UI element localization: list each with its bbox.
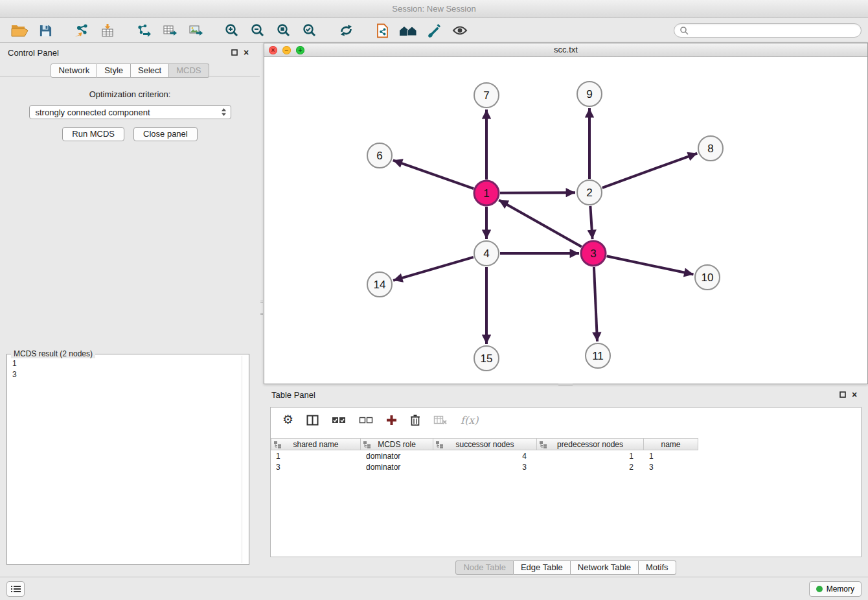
- unchecked-boxes-icon: [359, 415, 373, 424]
- refresh-button[interactable]: [333, 20, 359, 41]
- delete-table-button[interactable]: [433, 411, 448, 428]
- graph-edge-3-11[interactable]: [594, 267, 597, 341]
- export-table-button[interactable]: [157, 20, 183, 41]
- control-panel-title: Control Panel: [8, 48, 59, 58]
- cell-mcds-role[interactable]: dominator: [361, 450, 433, 461]
- table-row[interactable]: 1 dominator 4 1 1: [271, 450, 861, 461]
- create-column-button[interactable]: [386, 411, 397, 428]
- export-network-button[interactable]: [131, 20, 157, 41]
- mcds-button-row: Run MCDS Close panel: [0, 127, 260, 141]
- search-input[interactable]: [692, 25, 856, 36]
- tab-mcds[interactable]: MCDS: [169, 63, 209, 78]
- graph-edge-1-6[interactable]: [393, 160, 474, 189]
- splitter-grip[interactable]: [260, 301, 263, 315]
- memory-button[interactable]: Memory: [809, 581, 862, 597]
- eye-icon: [452, 25, 468, 36]
- show-columns-button[interactable]: [306, 411, 319, 428]
- zoom-fit-button[interactable]: [271, 20, 297, 41]
- home-button[interactable]: [395, 20, 421, 41]
- mcds-result-list: 1 3: [7, 354, 249, 384]
- open-session-button[interactable]: [6, 20, 32, 41]
- run-mcds-button[interactable]: Run MCDS: [62, 127, 124, 141]
- float-panel-button[interactable]: [229, 47, 240, 58]
- zoom-selected-button[interactable]: [297, 20, 323, 41]
- search-icon: [680, 26, 689, 35]
- float-table-panel-button[interactable]: [837, 389, 849, 400]
- cell-successor-nodes[interactable]: 4: [433, 450, 537, 461]
- graph-edge-1-2[interactable]: [500, 192, 575, 193]
- graph-node-label: 9: [586, 88, 592, 100]
- function-builder-button[interactable]: f(x): [461, 411, 478, 428]
- network-window-title: scc.txt: [554, 45, 578, 54]
- column-header-predecessor-nodes[interactable]: predecessor nodes: [537, 438, 644, 450]
- graph-node-label: 8: [707, 143, 713, 155]
- network-window-titlebar[interactable]: × − + scc.txt: [264, 43, 867, 57]
- close-panel-button[interactable]: ×: [240, 47, 252, 58]
- tab-network-table[interactable]: Network Table: [571, 560, 639, 575]
- import-table-button[interactable]: [95, 20, 120, 41]
- column-header-shared-name[interactable]: shared name: [271, 438, 361, 450]
- cell-predecessor-nodes[interactable]: 1: [537, 450, 644, 461]
- document-share-button[interactable]: [369, 20, 395, 41]
- graph-node-label: 4: [483, 248, 489, 260]
- maximize-window-icon[interactable]: +: [296, 46, 304, 54]
- cell-predecessor-nodes[interactable]: 2: [537, 461, 644, 472]
- zoom-in-button[interactable]: [219, 20, 245, 41]
- column-header-name[interactable]: name: [644, 438, 698, 450]
- tab-node-table[interactable]: Node Table: [455, 560, 514, 575]
- graph-node-label: 7: [483, 89, 489, 102]
- column-label: name: [661, 440, 680, 449]
- column-header-mcds-role[interactable]: MCDS role: [361, 438, 433, 450]
- style-brush-button[interactable]: [421, 20, 447, 41]
- graph-node-label: 11: [592, 350, 604, 362]
- zoom-in-icon: [225, 23, 239, 38]
- result-scrollbar[interactable]: [242, 356, 242, 563]
- close-mcds-panel-button[interactable]: Close panel: [133, 127, 198, 141]
- column-header-successor-nodes[interactable]: successor nodes: [433, 438, 537, 450]
- window-titlebar[interactable]: Session: New Session: [0, 0, 868, 18]
- tab-style[interactable]: Style: [97, 63, 131, 78]
- save-session-button[interactable]: [32, 20, 58, 41]
- cell-name[interactable]: 1: [644, 450, 698, 461]
- close-window-icon[interactable]: ×: [269, 46, 277, 54]
- tab-motifs[interactable]: Motifs: [639, 560, 676, 575]
- task-history-button[interactable]: [6, 581, 25, 597]
- import-network-button[interactable]: [69, 20, 95, 41]
- criterion-dropdown[interactable]: strongly connected component: [29, 105, 231, 119]
- cell-name[interactable]: 3: [644, 461, 698, 472]
- network-graph[interactable]: 7968124310141511: [264, 57, 867, 384]
- export-image-button[interactable]: [183, 20, 209, 41]
- deselect-all-columns-button[interactable]: [359, 411, 373, 428]
- delete-table-icon: [433, 415, 448, 425]
- table-toolbar: ⚙: [271, 408, 861, 432]
- tab-edge-table[interactable]: Edge Table: [514, 560, 571, 575]
- control-panel-header: Control Panel ×: [0, 43, 260, 62]
- close-table-panel-button[interactable]: ×: [849, 389, 860, 400]
- graph-edge-4-14[interactable]: [393, 257, 474, 281]
- zoom-out-icon: [251, 23, 265, 38]
- table-settings-button[interactable]: ⚙: [282, 411, 293, 428]
- cell-shared-name[interactable]: 3: [271, 461, 361, 472]
- horizontal-splitter-grip[interactable]: [558, 384, 573, 386]
- graph-edge-3-10[interactable]: [607, 256, 694, 274]
- search-box[interactable]: [674, 23, 862, 38]
- select-all-columns-button[interactable]: [332, 411, 346, 428]
- zoom-out-button[interactable]: [245, 20, 271, 41]
- show-graphics-button[interactable]: [447, 20, 473, 41]
- delete-column-button[interactable]: [410, 411, 420, 428]
- graph-edge-2-3[interactable]: [590, 206, 592, 239]
- cell-successor-nodes[interactable]: 3: [433, 461, 537, 472]
- tab-select[interactable]: Select: [131, 63, 169, 78]
- graph-node-label: 2: [586, 187, 592, 199]
- network-canvas: 7968124310141511: [264, 57, 867, 384]
- tab-network[interactable]: Network: [51, 63, 97, 78]
- minimize-window-icon[interactable]: −: [282, 46, 291, 54]
- status-bar: Memory: [0, 577, 868, 600]
- cell-mcds-role[interactable]: dominator: [361, 461, 433, 472]
- graph-edge-3-1[interactable]: [499, 200, 582, 247]
- import-table-icon: [100, 23, 115, 38]
- graph-edge-2-8[interactable]: [602, 154, 698, 188]
- cell-shared-name[interactable]: 1: [271, 450, 361, 461]
- table-row[interactable]: 3 dominator 3 2 3: [271, 461, 861, 472]
- traffic-lights: × − +: [269, 46, 304, 54]
